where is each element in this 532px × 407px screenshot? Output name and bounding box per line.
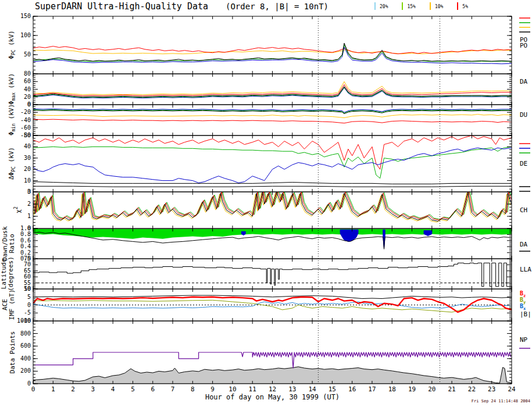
- y-axis-label-data-points: Data Points: [9, 331, 16, 374]
- right-label: NP: [520, 336, 527, 344]
- delta-phi-pc-ytick-label: 40: [24, 143, 31, 149]
- xtick-label: 13: [288, 385, 296, 393]
- series-red: [33, 135, 512, 169]
- xtick-label: 1: [51, 385, 55, 393]
- ace-imf-ytick-label: 0: [27, 302, 31, 308]
- series-blue-bump-2: [424, 231, 432, 236]
- xtick-label: 7: [171, 385, 175, 393]
- ace-imf-ytick-label: -5: [24, 309, 31, 316]
- dawn-dusk-ratio-series-group: [33, 229, 512, 249]
- series-green: [33, 110, 512, 113]
- dawn-dusk-ratio-ytick-label: 0.6: [20, 237, 31, 244]
- y-axis-label-delta-phi: ΔΦPC (kV): [8, 147, 17, 180]
- latitude-ytick-label: 70: [24, 261, 31, 267]
- data-points-ytick-label: 800: [20, 330, 31, 337]
- y-axis-label-phi-max: Φmax (kV): [8, 73, 17, 105]
- series-np-line: [33, 352, 511, 368]
- latitude-ytick-label: 60: [24, 273, 31, 280]
- delta-phi-pc-ytick-label: 50: [24, 132, 31, 138]
- dawn-dusk-ratio-ytick-label: 0.2: [20, 249, 31, 256]
- dawn-dusk-ratio-ytick-label: 0.4: [20, 243, 31, 249]
- x-axis-label: Hour of day on May, 30 1999 (UT): [33, 393, 512, 401]
- right-label: LLA: [520, 266, 531, 273]
- phi-min-ytick-label: -20: [20, 109, 31, 115]
- dawn-dusk-ratio-ytick-label: 0.8: [20, 231, 31, 237]
- delta-phi-pc-ytick-label: 20: [24, 166, 31, 172]
- latitude-ytick-label: 55: [24, 280, 31, 286]
- series-chi-green: [35, 190, 513, 219]
- xtick-label: 15: [329, 385, 336, 393]
- latitude-ytick-label: 65: [24, 267, 31, 274]
- latitude-ytick-label: 75: [24, 255, 31, 262]
- series-blue-bump-1: [340, 230, 358, 241]
- right-label: PO: [520, 42, 527, 49]
- xtick-label: 9: [210, 385, 215, 393]
- chi-squared-series-group: [32, 190, 513, 222]
- delta-phi-pc-ytick-label: 10: [24, 177, 31, 184]
- phi-min-ytick-label: -60: [20, 124, 31, 131]
- series-chi-red: [34, 191, 513, 220]
- y-axis-label-dawn-dusk: Dawn/DuskRatio: [2, 226, 16, 261]
- xtick-label: 20: [428, 385, 435, 393]
- right-label: |B|: [520, 310, 531, 318]
- xtick-label: 8: [191, 385, 195, 393]
- xtick-label: 19: [408, 385, 416, 393]
- xtick-label: 0: [31, 385, 35, 393]
- phi-max-ytick-label: 60: [24, 78, 31, 84]
- series-red: [33, 47, 512, 54]
- data-points-ytick-label: 0: [27, 380, 31, 387]
- series-orange: [33, 115, 512, 118]
- phi-max-ytick-label: 20: [24, 94, 31, 100]
- right-label: DU: [520, 111, 527, 119]
- xtick-label: 4: [111, 385, 115, 393]
- data-points-ytick-label: 200: [20, 367, 31, 374]
- right-label: DA: [520, 78, 527, 85]
- phi-pc-ytick-label: 100: [20, 32, 31, 38]
- xtick-label: 14: [308, 385, 316, 393]
- ace-imf-ytick-label: 10: [24, 285, 31, 292]
- ace-imf-ytick-label: 5: [27, 294, 31, 300]
- xtick-label: 21: [448, 385, 456, 393]
- phi-pc-ytick-label: 50: [24, 51, 31, 58]
- xtick-label: 11: [249, 385, 256, 393]
- xtick-label: 23: [488, 385, 495, 393]
- right-label: DE: [520, 160, 527, 167]
- xtick-label: 3: [91, 385, 95, 393]
- data-points-ytick-label: 1000: [17, 317, 31, 324]
- xtick-label: 24: [508, 385, 516, 393]
- series-black-upper: [33, 182, 512, 184]
- right-label: CH: [520, 206, 527, 214]
- data-points-ytick-label: 400: [20, 355, 31, 362]
- phi-max-ytick-label: 80: [24, 70, 31, 77]
- chi-squared-ytick-label: 2: [27, 201, 31, 207]
- y-axis-label-phi-min: Φmin (kV): [8, 104, 17, 135]
- xtick-label: 18: [388, 385, 396, 393]
- xtick-label: 2: [71, 385, 75, 393]
- xtick-label: 16: [348, 385, 356, 393]
- xtick-label: 6: [151, 385, 155, 393]
- y-axis-label-chi-squared: χ2: [13, 206, 22, 213]
- chi-squared-ytick-label: 1: [27, 213, 31, 219]
- dawn-dusk-ratio-ytick-label: 1.0: [20, 225, 31, 231]
- xtick-label: 17: [368, 385, 376, 393]
- xtick-label: 10: [228, 385, 236, 393]
- chi-squared-ytick-label: 3: [27, 188, 31, 195]
- delta-phi-pc-ytick-label: 30: [24, 155, 31, 161]
- xtick-label: 22: [468, 385, 476, 393]
- y-axis-label-phi-pc: ΦPC (kV): [8, 30, 17, 59]
- y-axis-label-ace-imf: ACEIMF (nT): [2, 290, 16, 320]
- phi-max-ytick-label: 40: [24, 86, 31, 92]
- series-blue-bump-3: [241, 231, 245, 235]
- plot-canvas: 50100150020406080-80-60-40-2000102030405…: [0, 0, 532, 407]
- phi-min-ytick-label: 0: [27, 101, 31, 108]
- render-timestamp: Fri Sep 24 11:14:48 2004: [472, 399, 530, 404]
- y-axis-label-latitude: Latitude(degrees): [1, 256, 15, 291]
- xtick-label: 12: [269, 385, 276, 393]
- series-chi-orange: [32, 193, 510, 222]
- data-points-ytick-label: 600: [20, 342, 31, 349]
- series-orange: [33, 81, 512, 95]
- xtick-label: 5: [131, 385, 135, 393]
- right-label: DA: [520, 241, 527, 248]
- phi-pc-ytick-label: 150: [20, 13, 31, 19]
- phi-min-ytick-label: -40: [20, 117, 31, 123]
